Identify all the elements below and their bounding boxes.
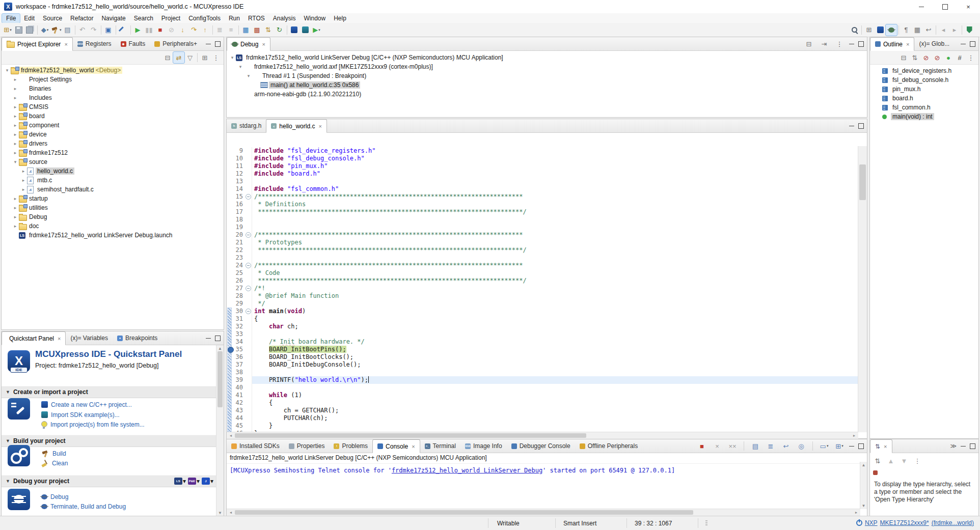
run-config-icon[interactable]: ▶▾	[311, 24, 322, 36]
terminate-icon[interactable]: ■	[155, 24, 166, 36]
save-icon[interactable]	[13, 24, 24, 36]
code-line-12[interactable]: 12#include "board.h"	[227, 170, 858, 178]
fold-minus-icon[interactable]	[246, 263, 251, 268]
maximize-view-icon[interactable]	[858, 443, 864, 449]
tab-global-variables[interactable]: (x)= Glob...	[914, 37, 954, 50]
code-line-28[interactable]: 28 * @brief Main function	[227, 292, 858, 300]
tab-hello-world-c[interactable]: chello_world.c×	[266, 119, 326, 133]
open-element-icon[interactable]: ▣	[103, 24, 114, 36]
tab-offline-peripherals[interactable]: Offline Peripherals	[575, 439, 643, 453]
code-line-43[interactable]: 43 ch = GETCHAR();	[227, 407, 858, 414]
build-variables-icon[interactable]: ◆▾	[39, 24, 50, 36]
tab-terminal[interactable]: >_Terminal	[420, 439, 460, 453]
outline-item-board-h[interactable]: board.h	[870, 94, 978, 103]
twistie-icon[interactable]: ▸	[12, 95, 19, 100]
twistie-icon[interactable]: ▾	[4, 68, 11, 73]
project-item-drivers[interactable]: ▸drivers	[2, 139, 224, 148]
step-return-icon[interactable]: ↑	[200, 24, 211, 36]
collapse-all-icon[interactable]: ⊟	[898, 52, 909, 63]
twistie-icon[interactable]: ▸	[12, 123, 19, 128]
step-into-icon[interactable]: ↓	[177, 24, 188, 36]
new-class-icon[interactable]: ▩	[252, 24, 263, 36]
tab-registers[interactable]: 1010Registers	[73, 37, 116, 50]
code-line-35[interactable]: 35 BOARD_InitBootPins();	[227, 346, 858, 353]
outline-item-fsl-debug-console-h[interactable]: fsl_debug_console.h	[870, 75, 978, 85]
code-line-38[interactable]: 38	[227, 369, 858, 376]
maximize-view-icon[interactable]	[215, 336, 221, 341]
link-create-a-new-c-c-project-[interactable]: Create a new C/C++ project...	[41, 400, 132, 409]
breakpoint-icon[interactable]	[228, 347, 234, 353]
build-icon[interactable]: ▾	[50, 24, 62, 36]
minimize-view-icon[interactable]	[849, 44, 854, 44]
fold-minus-icon[interactable]	[246, 194, 251, 200]
outline-item-main-void-int[interactable]: main(void) : int	[870, 112, 978, 121]
debug-perspective-icon[interactable]	[886, 24, 897, 36]
new-c-project-icon[interactable]	[289, 24, 300, 36]
code-line-45[interactable]: 45 }	[227, 422, 858, 430]
show-whitespace-icon[interactable]: ¶	[901, 24, 912, 36]
close-icon[interactable]: ×	[262, 41, 265, 47]
close-button[interactable]: ×	[957, 0, 980, 13]
tab-stdarg-h[interactable]: hstdarg.h	[227, 119, 266, 132]
fold-minus-icon[interactable]	[246, 286, 251, 291]
code-line-31[interactable]: 31{	[227, 315, 858, 323]
tab-outline[interactable]: Outline×	[870, 37, 914, 51]
debug-item-frdmke17z512-hello-world-axf-mke17z512xx[interactable]: ▾frdmke17z512_hello_world.axf [MKE17Z512…	[227, 62, 867, 71]
editor-hscrollbar[interactable]: ◂ ▸	[227, 432, 858, 439]
pemicro-probe-icon[interactable]: P&E	[188, 478, 196, 485]
tab-properties[interactable]: Properties	[284, 439, 330, 453]
code-line-42[interactable]: 42 {	[227, 399, 858, 407]
outline-item-pin-mux-h[interactable]: pin_mux.h	[870, 85, 978, 94]
open-type-icon[interactable]: ▦	[240, 24, 252, 36]
code-line-27[interactable]: 27/*!	[227, 285, 858, 292]
twistie-icon[interactable]: ▸	[12, 205, 19, 210]
console-hscrollbar[interactable]: ◂ ▸	[227, 509, 860, 516]
project-item-component[interactable]: ▸component	[2, 121, 224, 130]
remove-all-terminated-icon[interactable]: ××	[727, 440, 738, 452]
word-wrap-icon[interactable]: ↩	[923, 24, 934, 36]
display-selected-console-icon[interactable]: ▭▾	[819, 440, 830, 452]
tab-type-hierarchy[interactable]: ⇅ ×	[870, 439, 892, 453]
close-icon[interactable]: ×	[884, 443, 887, 450]
twistie-icon[interactable]: ▾	[12, 159, 19, 164]
debug-item-main-at-hello-world-c-35-0x586[interactable]: main() at hello_world.c:35 0x586	[227, 80, 867, 90]
tab-installed-sdks[interactable]: Installed SDKs	[227, 439, 284, 453]
more-tabs-icon[interactable]: ≫	[950, 442, 957, 450]
minimize-view-icon[interactable]	[961, 44, 966, 44]
tab-variables[interactable]: (x)= Variables	[66, 331, 112, 345]
show-subtype-icon[interactable]: ▼	[899, 455, 910, 466]
close-icon[interactable]: ×	[906, 41, 909, 47]
twistie-icon[interactable]: ▸	[20, 178, 27, 183]
fold-minus-icon[interactable]	[246, 232, 251, 238]
debug-item-arm-none-eabi-gdb-12-1-90-20221210-[interactable]: arm-none-eabi-gdb (12.1.90.20221210)	[227, 90, 867, 99]
tab-project-explorer[interactable]: Project Explorer×	[2, 37, 73, 51]
debug-item-thread-1-1-suspended-breakpoint-[interactable]: ▾Thread #1 1 (Suspended : Breakpoint)	[227, 71, 867, 80]
code-line-14[interactable]: 14#include "fsl_common.h"	[227, 185, 858, 193]
code-line-32[interactable]: 32 char ch;	[227, 323, 858, 330]
pin-console-icon[interactable]: ◎	[796, 440, 807, 452]
block-selection-icon[interactable]: ▦	[912, 24, 923, 36]
search-icon[interactable]	[849, 24, 860, 36]
code-line-36[interactable]: 36 BOARD_InitBootClocks();	[227, 353, 858, 361]
minimize-button[interactable]	[910, 0, 933, 13]
editor-body[interactable]: 9#include "fsl_device_registers.h"10#inc…	[227, 133, 867, 439]
project-item-frdmke17z512-hello-world[interactable]: ▾frdmke17z512_hello_world <Debug>	[2, 66, 224, 75]
tab-faults[interactable]: ✱Faults	[116, 37, 150, 50]
refresh-icon[interactable]: ↻	[274, 24, 285, 36]
project-item-binaries[interactable]: ▸10Binaries	[2, 84, 224, 93]
project-item-debug[interactable]: ▸Debug	[2, 212, 224, 221]
code-editor[interactable]: 9#include "fsl_device_registers.h"10#inc…	[227, 146, 858, 432]
code-line-10[interactable]: 10#include "fsl_debug_console.h"	[227, 155, 858, 162]
word-wrap-icon[interactable]: ↩	[780, 440, 792, 452]
code-line-26[interactable]: 26 *************************************…	[227, 277, 858, 285]
maximize-view-icon[interactable]	[970, 443, 975, 449]
outline-item-fsl-common-h[interactable]: fsl_common.h	[870, 103, 978, 112]
toggle-mark-occurrences-icon[interactable]	[118, 24, 129, 36]
code-line-11[interactable]: 11#include "pin_mux.h"	[227, 162, 858, 170]
maximize-view-icon[interactable]	[858, 123, 864, 129]
search-c-icon[interactable]: ⇅	[263, 24, 274, 36]
hide-static-members-icon[interactable]: ⊘	[932, 52, 943, 63]
tab-breakpoints[interactable]: ●Breakpoints	[113, 331, 162, 345]
suspend-icon[interactable]: ▮▮	[144, 24, 155, 36]
project-item-hello-world-c[interactable]: ▸.chello_world.c	[2, 166, 224, 176]
